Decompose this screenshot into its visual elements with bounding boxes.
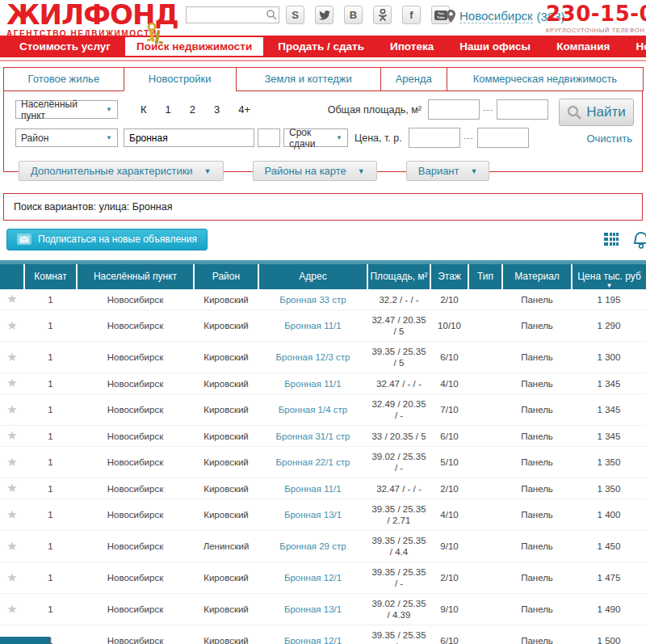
table-row: ★1НовосибирскКировскийБронная 33 стр32.2…: [0, 289, 646, 310]
nav-item-6[interactable]: Новости: [624, 37, 646, 56]
favorite-star-icon[interactable]: ★: [6, 602, 17, 616]
nav-underline: [0, 60, 646, 61]
additional-characteristics-button[interactable]: Дополнительные характеристики▼: [19, 161, 224, 181]
cell-material: Панель: [502, 342, 572, 373]
column-header-0[interactable]: [0, 264, 24, 289]
area-to-input[interactable]: [497, 99, 548, 120]
column-header-7[interactable]: Тип: [468, 264, 502, 289]
column-header-5[interactable]: Площадь, м²: [367, 264, 430, 289]
column-header-4[interactable]: Адрес: [258, 264, 367, 289]
nav-item-4[interactable]: Наши офисы: [448, 37, 542, 56]
favorite-star-icon[interactable]: ★: [6, 428, 17, 442]
clear-link[interactable]: Очистить: [586, 133, 632, 145]
twitter-icon[interactable]: [315, 6, 333, 24]
variant-button[interactable]: Вариант▼: [406, 161, 490, 181]
cell-type: [468, 426, 502, 447]
rooms-option-1[interactable]: 1: [166, 103, 171, 116]
districts-on-map-button[interactable]: Районы на карте▼: [253, 161, 377, 181]
cell-rooms: 1: [24, 562, 77, 594]
address-link[interactable]: Бронная 11/1: [284, 321, 341, 330]
address-link[interactable]: Бронная 12/1: [284, 573, 342, 583]
tab-3[interactable]: Аренда: [380, 67, 447, 91]
favorite-star-icon[interactable]: ★: [6, 507, 17, 521]
column-header-2[interactable]: Населённый пункт: [77, 264, 194, 289]
cell-city: Новосибирск: [77, 447, 194, 478]
cell-area: 39.02 / 25.35 / 4.39: [367, 594, 430, 625]
cell-rooms: 1: [24, 499, 77, 531]
cell-district: Кировский: [194, 499, 258, 531]
tab-2[interactable]: Земля и коттеджи: [236, 67, 381, 91]
favorite-star-icon[interactable]: ★: [6, 318, 17, 332]
column-header-3[interactable]: Район: [194, 264, 258, 289]
nav-item-5[interactable]: Компания: [545, 37, 621, 56]
favorite-star-icon[interactable]: ★: [6, 481, 17, 495]
city-name[interactable]: Новосибирск: [459, 9, 533, 23]
favorite-star-icon[interactable]: ★: [6, 292, 17, 305]
column-header-6[interactable]: Этаж: [430, 264, 468, 289]
cell-material: Панель: [502, 562, 572, 594]
tab-4[interactable]: Коммерческая недвижимость: [447, 67, 644, 91]
nav-item-2[interactable]: Продать / сдать: [266, 37, 375, 56]
settlement-dropdown[interactable]: Населённый пункт ▼: [15, 100, 118, 119]
cell-rooms: 1: [24, 478, 77, 499]
address-link[interactable]: Бронная 11/1: [284, 484, 341, 494]
rooms-option-0[interactable]: К: [141, 103, 147, 116]
favorite-star-icon[interactable]: ★: [6, 570, 17, 584]
address-link[interactable]: Бронная 13/1: [284, 604, 342, 614]
column-header-9[interactable]: Цена тыс. руб▼: [572, 264, 646, 289]
cell-city: Новосибирск: [77, 499, 194, 531]
search-icon[interactable]: [266, 9, 277, 20]
find-button[interactable]: Найти: [559, 99, 634, 126]
nav-item-0[interactable]: Стоимость услуг: [8, 37, 122, 56]
filter-row-1: Населённый пункт ▼ К1234+ Общая площадь,…: [15, 99, 636, 120]
cell-type: [468, 447, 502, 478]
deadline-dropdown-label: Срок сдачи: [289, 127, 331, 149]
column-header-8[interactable]: Материал: [502, 264, 572, 289]
address-link[interactable]: Бронная 1/4 стр: [279, 405, 347, 415]
deadline-dropdown[interactable]: Срок сдачи ▼: [283, 128, 348, 147]
odnoklassniki-icon[interactable]: [373, 6, 392, 24]
rooms-option-3[interactable]: 3: [214, 103, 220, 116]
address-link[interactable]: Бронная 33 стр: [279, 295, 346, 305]
rooms-option-2[interactable]: 2: [190, 103, 195, 116]
tab-1[interactable]: Новостройки: [124, 67, 237, 91]
skype-icon[interactable]: S: [286, 6, 304, 24]
area-from-input[interactable]: [428, 99, 480, 120]
street-input[interactable]: [124, 128, 254, 147]
district-dropdown[interactable]: Район ▼: [15, 128, 118, 147]
list-view-icon[interactable]: [604, 232, 620, 247]
favorite-star-icon[interactable]: ★: [6, 376, 17, 389]
favorite-star-icon[interactable]: ★: [6, 402, 17, 416]
category-tabs: Готовое жильеНовостройкиЗемля и коттеджи…: [3, 67, 643, 91]
building-input[interactable]: [258, 128, 280, 147]
rooms-option-4[interactable]: 4+: [238, 103, 250, 116]
address-link[interactable]: Бронная 11/1: [284, 379, 341, 389]
cell-floor: 6/10: [430, 342, 468, 373]
cell-material: Панель: [502, 447, 572, 478]
cell-rooms: 1: [24, 373, 77, 394]
address-link[interactable]: Бронная 12/3 стр: [276, 352, 350, 362]
price-to-input[interactable]: [477, 128, 529, 148]
price-from-input[interactable]: [409, 128, 460, 148]
address-link[interactable]: Бронная 31/1 стр: [276, 431, 350, 441]
tab-0[interactable]: Готовое жилье: [3, 67, 124, 91]
address-link[interactable]: Бронная 13/1: [284, 510, 342, 520]
cell-city: Новосибирск: [77, 373, 194, 394]
column-header-1[interactable]: Комнат: [24, 264, 77, 289]
favorite-star-icon[interactable]: ★: [6, 539, 17, 553]
bell-icon[interactable]: [631, 231, 646, 249]
favorite-star-icon[interactable]: ★: [6, 350, 17, 364]
facebook-icon[interactable]: f: [402, 6, 421, 24]
address-link[interactable]: Бронная 12/1: [284, 636, 342, 644]
phone-number: 230-15-05: [546, 2, 646, 26]
nav-item-3[interactable]: Ипотека: [379, 37, 445, 56]
cell-price: 1 350: [572, 447, 646, 478]
address-link[interactable]: Бронная 29 стр: [279, 541, 346, 551]
cell-floor: 4/10: [430, 499, 468, 531]
favorite-star-icon[interactable]: ★: [6, 455, 17, 469]
subscribe-button[interactable]: Подписаться на новые объявления: [6, 229, 208, 250]
table-row: ★1НовосибирскКировскийБронная 31/1 стр33…: [0, 426, 646, 447]
vk-icon[interactable]: B: [344, 6, 363, 24]
address-link[interactable]: Бронная 22/1 стр: [276, 457, 350, 467]
cell-material: Панель: [502, 594, 572, 625]
